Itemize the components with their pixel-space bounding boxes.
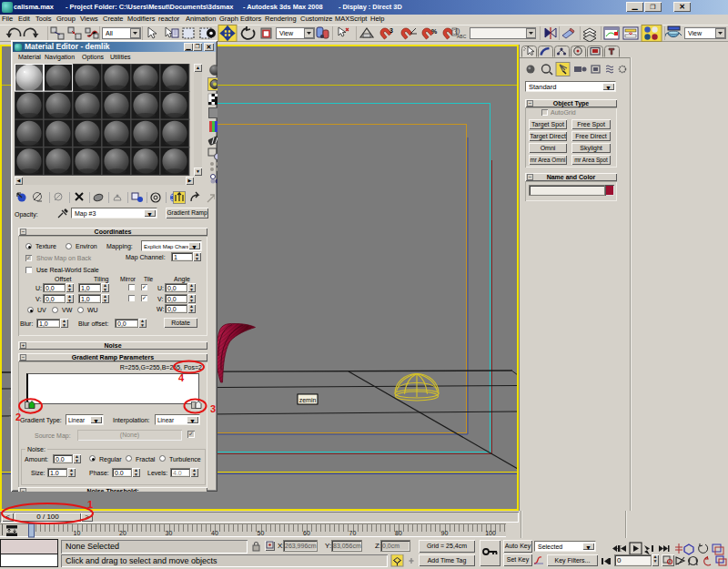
svg-text:All: All <box>106 30 113 36</box>
svg-text:3: 3 <box>389 27 393 34</box>
svg-text:%: % <box>431 28 438 35</box>
svg-text:40: 40 <box>211 530 218 536</box>
svg-text:70: 70 <box>349 530 357 536</box>
svg-text:20: 20 <box>119 530 126 536</box>
svg-text:90: 90 <box>441 530 449 536</box>
svg-text:50: 50 <box>258 530 265 536</box>
svg-text:100: 100 <box>485 530 496 536</box>
svg-text:View: View <box>688 30 703 36</box>
svg-text:zemin: zemin <box>299 397 317 403</box>
svg-text:ABC: ABC <box>457 34 467 39</box>
svg-text:10: 10 <box>74 530 81 536</box>
svg-text:30: 30 <box>166 530 173 536</box>
svg-text:80: 80 <box>395 530 402 536</box>
svg-text:View: View <box>279 30 294 36</box>
svg-text:60: 60 <box>303 530 310 536</box>
